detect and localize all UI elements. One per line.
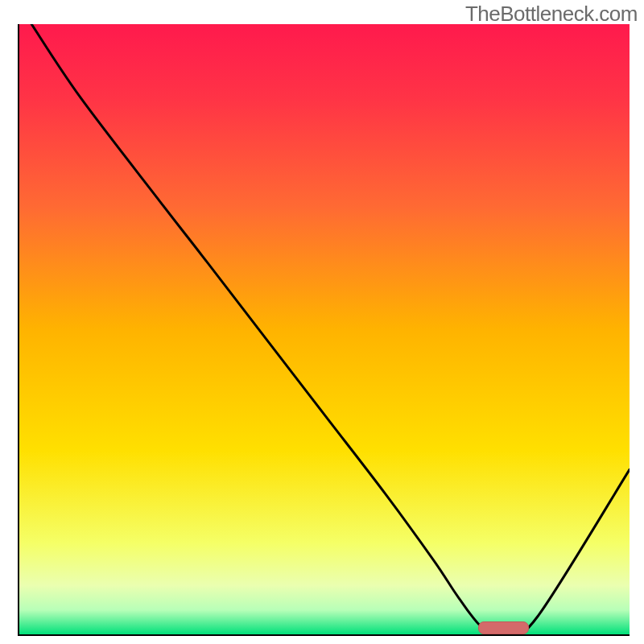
- watermark-text: TheBottleneck.com: [465, 2, 638, 27]
- bottleneck-curve: [19, 24, 630, 634]
- plot-area: [18, 24, 630, 636]
- chart-frame: TheBottleneck.com: [0, 0, 644, 644]
- optimal-range-marker: [478, 621, 529, 634]
